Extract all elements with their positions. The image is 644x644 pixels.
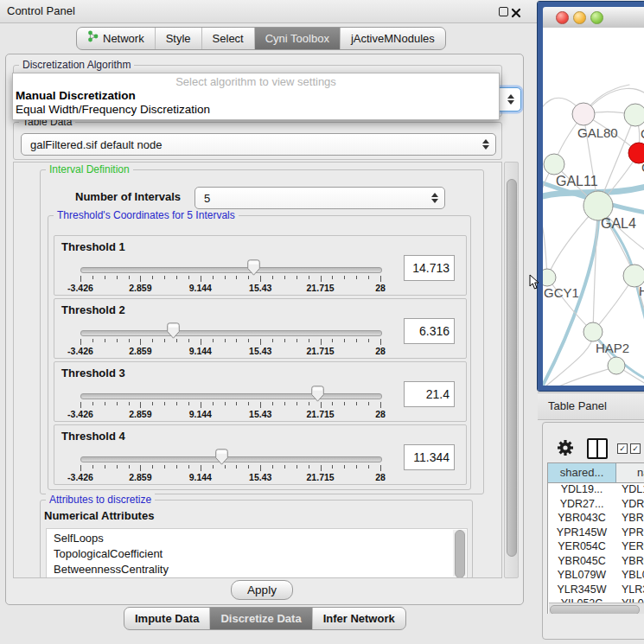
tick-mark (225, 465, 226, 469)
tick-label: -3.426 (67, 409, 93, 419)
tick-mark (272, 465, 273, 469)
network-canvas[interactable]: GAL80GACGAL11GAL4GCY1HHAP2 (543, 28, 644, 386)
tick-label: 9.144 (189, 409, 212, 419)
threshold-value-field[interactable]: 11.344 (404, 444, 455, 470)
tick-mark (332, 465, 333, 469)
slider-thumb[interactable] (215, 449, 228, 465)
screen: Control Panel Network Style Select Cyni … (0, 0, 644, 644)
attribute-list-item[interactable]: BetweennessCentrality (54, 562, 169, 577)
tab-infer-network[interactable]: Infer Network (313, 608, 405, 629)
table-row[interactable]: YDR27...YDR2 (548, 497, 644, 512)
dropdown-item-equal-width-frequency[interactable]: Equal Width/Frequency Discretization (16, 103, 210, 116)
gear-icon[interactable] (557, 439, 574, 456)
network-node[interactable] (583, 322, 603, 341)
list-scrollbar[interactable] (453, 530, 466, 577)
table-row[interactable]: YER054CYER0 (548, 539, 644, 554)
cell-name[interactable]: YDL1 (622, 482, 644, 497)
cell-shared-name[interactable]: YLR345W (548, 583, 615, 597)
cell-shared-name[interactable]: YBR045C (548, 554, 615, 569)
threshold-value-field[interactable]: 21.4 (404, 381, 455, 407)
network-node[interactable] (572, 103, 595, 125)
cell-name[interactable]: YBR0 (622, 554, 644, 569)
tick-mark (356, 339, 357, 342)
checkbox-icon[interactable]: ✓ (630, 443, 641, 454)
scrollbar-thumb[interactable] (550, 605, 640, 615)
split-columns-icon[interactable] (587, 438, 608, 459)
float-window-icon[interactable] (499, 7, 508, 16)
tick-mark (164, 465, 165, 469)
close-icon[interactable] (511, 6, 521, 16)
number-of-intervals-combobox[interactable]: 5 (194, 187, 445, 209)
zoom-traffic-light-icon[interactable] (590, 11, 603, 24)
combo-value: galFiltered.sif default node (30, 138, 162, 151)
tick-label: 2.859 (129, 472, 151, 482)
table-row[interactable]: YBR045CYBR0 (548, 554, 644, 569)
tick-mark (284, 339, 285, 342)
network-node[interactable] (624, 104, 644, 126)
cell-shared-name[interactable]: YBL079W (548, 568, 615, 583)
table-row[interactable]: YDL19...YDL1 (548, 482, 644, 497)
cell-name[interactable]: YER0 (622, 539, 644, 554)
panel-scrollbar[interactable] (504, 162, 519, 578)
tab-select[interactable]: Select (202, 28, 255, 49)
threshold-value-field[interactable]: 6.316 (404, 318, 455, 344)
column-header-name[interactable]: na (616, 463, 644, 483)
cell-name[interactable]: YPR1 (622, 526, 644, 540)
tab-jactivemnodules[interactable]: jActiveMNodules (341, 28, 445, 49)
table-horizontal-scrollbar[interactable] (549, 603, 644, 614)
tick-mark (260, 276, 261, 282)
tab-cyni-toolbox[interactable]: Cyni Toolbox (255, 28, 341, 49)
cell-shared-name[interactable]: YPR145W (548, 526, 615, 540)
close-traffic-light-icon[interactable] (556, 11, 569, 24)
tick-mark (380, 276, 381, 282)
tick-mark (92, 339, 93, 342)
panel-title: Control Panel (7, 4, 75, 17)
network-node[interactable] (544, 154, 564, 175)
cell-name[interactable]: YBL0 (622, 568, 644, 583)
threshold-value-field[interactable]: 14.713 (404, 255, 455, 281)
column-header-shared-name[interactable]: shared... (548, 463, 616, 483)
minimize-traffic-light-icon[interactable] (573, 11, 586, 24)
checkbox-icon[interactable]: ✓ (617, 443, 628, 454)
control-panel-titlebar: Control Panel (0, 0, 538, 23)
network-node[interactable] (543, 269, 556, 286)
tick-mark (296, 276, 297, 279)
table-row[interactable]: YPR145WYPR1 (548, 526, 644, 540)
table-row[interactable]: YBL079WYBL0 (548, 568, 644, 583)
network-node[interactable] (608, 357, 625, 374)
apply-button[interactable]: Apply (231, 580, 293, 600)
cell-name[interactable]: YLR3 (622, 583, 644, 597)
scrollbar-thumb[interactable] (507, 179, 517, 557)
tick-mark (140, 276, 141, 282)
cell-name[interactable]: YBR0 (622, 511, 644, 526)
tab-network[interactable]: Network (77, 28, 156, 49)
scrollbar-thumb[interactable] (455, 530, 465, 578)
slider-thumb[interactable] (311, 386, 324, 402)
table-data-combobox[interactable]: galFiltered.sif default node (21, 133, 496, 156)
cell-shared-name[interactable]: YBR043C (548, 511, 615, 526)
tab-style[interactable]: Style (156, 28, 202, 49)
cell-shared-name[interactable]: YER054C (548, 539, 615, 554)
attribute-list-item[interactable]: TopologicalCoefficient (54, 546, 163, 562)
cell-shared-name[interactable]: YDR27... (548, 497, 615, 512)
slider-thumb[interactable] (167, 322, 180, 339)
cell-name[interactable]: YDR2 (622, 497, 644, 512)
tick-mark (309, 339, 309, 342)
tick-mark (213, 276, 214, 279)
dropdown-item-manual-discretization[interactable]: Manual Discretization (16, 89, 136, 102)
node-attribute-table: shared... na YDL19...YDL1YDR27...YDR2YBR… (547, 462, 644, 614)
network-node-label: GAL11 (556, 174, 598, 188)
table-row[interactable]: YLR345WYLR3 (548, 583, 644, 597)
attribute-list-item[interactable]: SelfLoops (54, 531, 104, 546)
tab-impute-data[interactable]: Impute Data (124, 608, 210, 629)
table-row[interactable]: YBR043CYBR0 (548, 511, 644, 526)
network-node-label: GAL4 (601, 216, 636, 231)
tick-mark (236, 402, 237, 405)
cell-shared-name[interactable]: YDL19... (548, 482, 615, 497)
network-window-titlebar[interactable] (543, 7, 644, 29)
tick-mark (152, 339, 153, 342)
tab-label: Cyni Toolbox (265, 28, 329, 49)
tick-label: 21.715 (307, 472, 335, 482)
tab-discretize-data[interactable]: Discretize Data (210, 608, 312, 629)
slider-thumb[interactable] (247, 259, 260, 276)
